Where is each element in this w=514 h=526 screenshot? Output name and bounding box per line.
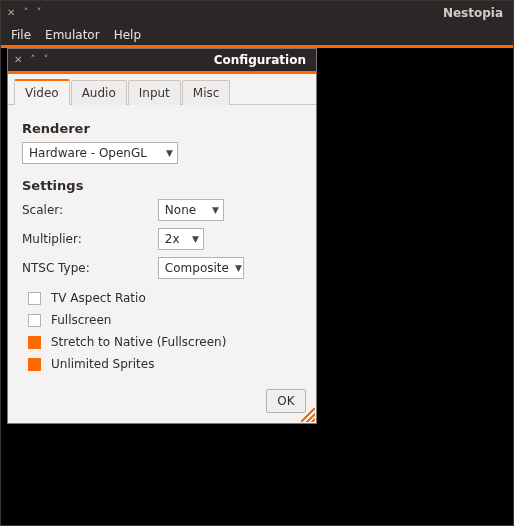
checkbox-label: Stretch to Native (Fullscreen) [51, 335, 226, 349]
minimize-icon[interactable]: ˅ [36, 8, 41, 18]
cfg-wm-controls: ✕ ˄ ˅ [14, 55, 48, 65]
menubar-help[interactable]: Help [108, 26, 147, 44]
configuration-title: Configuration [214, 53, 310, 67]
tab-video[interactable]: Video [14, 79, 70, 105]
chevron-down-icon: ▼ [206, 205, 219, 215]
settings-heading: Settings [22, 178, 302, 193]
renderer-value: Hardware - OpenGL [29, 146, 147, 160]
ok-button[interactable]: OK [266, 389, 306, 413]
scaler-label: Scaler: [22, 203, 148, 217]
stretch-to-native-checkbox[interactable]: Stretch to Native (Fullscreen) [22, 335, 302, 349]
minimize-icon[interactable]: ˅ [43, 55, 48, 65]
tab-misc[interactable]: Misc [182, 80, 231, 105]
settings-grid: Scaler: None ▼ Multiplier: 2x ▼ NTSC Typ… [22, 199, 302, 279]
button-row: OK [8, 381, 316, 423]
tabs: Video Audio Input Misc [8, 74, 316, 105]
main-window: ✕ ˄ ˅ Nestopia File Emulator Help ✕ ˄ ˅ … [0, 0, 514, 526]
configuration-body: Video Audio Input Misc Renderer Hardware… [8, 74, 316, 423]
ntsc-type-label: NTSC Type: [22, 261, 148, 275]
tab-audio[interactable]: Audio [71, 80, 127, 105]
checkbox-icon [28, 292, 41, 305]
chevron-down-icon: ▼ [186, 234, 199, 244]
multiplier-value: 2x [165, 232, 180, 246]
main-window-title: Nestopia [443, 6, 507, 20]
checkbox-icon [28, 336, 41, 349]
checkbox-label: Unlimited Sprites [51, 357, 154, 371]
chevron-down-icon: ▼ [160, 148, 173, 158]
emulator-viewport: ✕ ˄ ˅ Configuration Video Audio Input Mi… [1, 48, 513, 525]
renderer-select[interactable]: Hardware - OpenGL ▼ [22, 142, 178, 164]
fullscreen-checkbox[interactable]: Fullscreen [22, 313, 302, 327]
configuration-window: ✕ ˄ ˅ Configuration Video Audio Input Mi… [7, 48, 317, 424]
checkbox-label: TV Aspect Ratio [51, 291, 146, 305]
configuration-titlebar: ✕ ˄ ˅ Configuration [8, 49, 316, 71]
menubar: File Emulator Help [1, 25, 513, 45]
main-titlebar: ✕ ˄ ˅ Nestopia [1, 1, 513, 25]
checkbox-icon [28, 314, 41, 327]
menubar-emulator[interactable]: Emulator [39, 26, 106, 44]
multiplier-select[interactable]: 2x ▼ [158, 228, 204, 250]
resize-grip[interactable] [301, 408, 315, 422]
maximize-icon[interactable]: ˄ [30, 55, 35, 65]
unlimited-sprites-checkbox[interactable]: Unlimited Sprites [22, 357, 302, 371]
ntsc-type-value: Composite [165, 261, 229, 275]
maximize-icon[interactable]: ˄ [23, 8, 28, 18]
chevron-down-icon: ▼ [229, 263, 242, 273]
tab-input[interactable]: Input [128, 80, 181, 105]
scaler-select[interactable]: None ▼ [158, 199, 224, 221]
checkbox-label: Fullscreen [51, 313, 111, 327]
renderer-heading: Renderer [22, 121, 302, 136]
checkbox-list: TV Aspect Ratio Fullscreen Stretch to Na… [22, 291, 302, 371]
close-icon[interactable]: ✕ [14, 55, 22, 65]
ntsc-type-select[interactable]: Composite ▼ [158, 257, 244, 279]
close-icon[interactable]: ✕ [7, 8, 15, 18]
menubar-file[interactable]: File [5, 26, 37, 44]
multiplier-label: Multiplier: [22, 232, 148, 246]
main-wm-controls: ✕ ˄ ˅ [7, 8, 41, 18]
tv-aspect-ratio-checkbox[interactable]: TV Aspect Ratio [22, 291, 302, 305]
video-panel: Renderer Hardware - OpenGL ▼ Settings Sc… [8, 105, 316, 381]
checkbox-icon [28, 358, 41, 371]
scaler-value: None [165, 203, 196, 217]
